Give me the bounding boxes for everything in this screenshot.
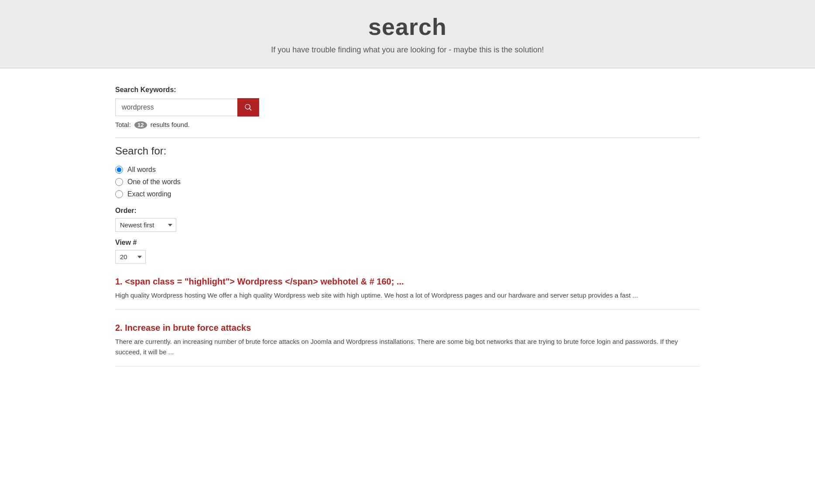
order-label: Order: (115, 207, 700, 215)
radio-input-all-words[interactable] (115, 166, 123, 174)
order-section: Order: Newest first Oldest first Relevan… (115, 207, 700, 232)
result-title-1[interactable]: 1. <span class = "highlight"> Wordpress … (115, 277, 700, 287)
view-label: View # (115, 239, 700, 247)
order-select[interactable]: Newest first Oldest first Relevance (115, 218, 176, 232)
results-suffix: results found. (151, 121, 190, 128)
radio-input-one-of-words[interactable] (115, 178, 123, 186)
view-select[interactable]: 10 20 50 (115, 250, 146, 264)
results-count-badge: 12 (134, 121, 147, 129)
search-button[interactable] (237, 98, 259, 117)
page-title: search (9, 13, 806, 40)
result-snippet-1: High quality Wordpress hosting We offer … (115, 290, 700, 301)
page-header: search If you have trouble finding what … (0, 0, 815, 69)
page-subtitle: If you have trouble finding what you are… (9, 45, 806, 55)
result-item-2: 2. Increase in brute force attacks There… (115, 323, 700, 367)
radio-exact-wording[interactable]: Exact wording (115, 190, 700, 198)
result-snippet-2: There are currently. an increasing numbe… (115, 336, 700, 357)
total-results: Total: 12 results found. (115, 121, 700, 129)
view-section: View # 10 20 50 (115, 239, 700, 264)
radio-group: All words One of the words Exact wording (115, 166, 700, 198)
radio-input-exact-wording[interactable] (115, 190, 123, 198)
search-for-section: Search for: All words One of the words E… (115, 137, 700, 264)
radio-label-all-words: All words (127, 166, 156, 174)
result-item-1: 1. <span class = "highlight"> Wordpress … (115, 277, 700, 310)
search-input-row (115, 98, 700, 117)
search-input[interactable] (115, 99, 237, 116)
radio-all-words[interactable]: All words (115, 166, 700, 174)
radio-label-one-of-words: One of the words (127, 178, 181, 186)
result-title-2[interactable]: 2. Increase in brute force attacks (115, 323, 700, 333)
main-content: Search Keywords: Total: 12 results found… (102, 69, 713, 397)
radio-one-of-words[interactable]: One of the words (115, 178, 700, 186)
radio-label-exact-wording: Exact wording (127, 190, 171, 198)
search-keywords-label: Search Keywords: (115, 86, 700, 94)
search-for-title: Search for: (115, 145, 700, 157)
total-label: Total: (115, 121, 131, 128)
search-icon (244, 103, 252, 111)
